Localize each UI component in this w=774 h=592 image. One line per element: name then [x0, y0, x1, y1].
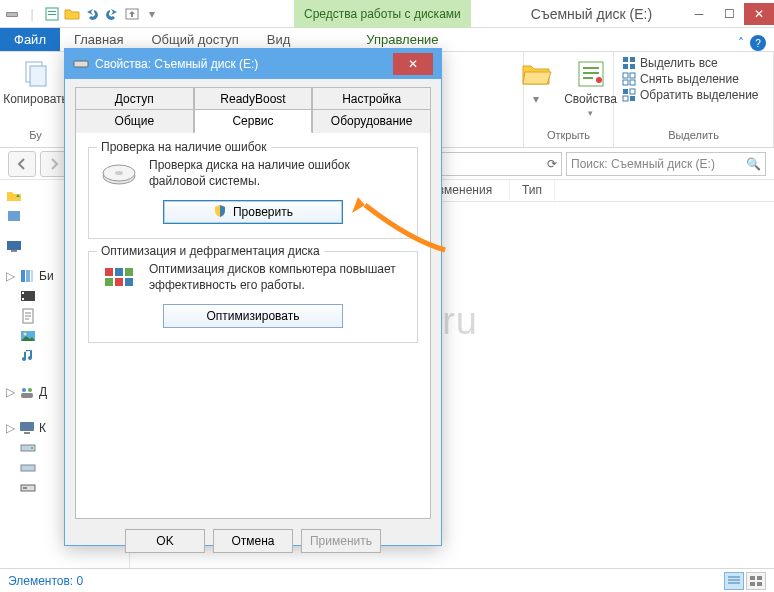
tab-service[interactable]: Сервис [194, 109, 313, 133]
optimize-desc: Оптимизация дисков компьютера повышает э… [149, 262, 407, 293]
svg-point-51 [115, 171, 123, 175]
svg-rect-45 [757, 576, 762, 580]
undo-icon[interactable] [84, 6, 100, 22]
col-type[interactable]: Тип [510, 180, 555, 201]
up-qat-icon[interactable] [124, 6, 140, 22]
svg-rect-3 [48, 11, 56, 12]
refresh-icon[interactable]: ⟳ [547, 157, 557, 171]
select-all-button[interactable]: Выделить все [622, 56, 718, 70]
homegroup-icon [19, 384, 35, 400]
minimize-button[interactable]: ─ [684, 3, 714, 25]
svg-rect-47 [757, 582, 762, 586]
svg-rect-22 [8, 211, 20, 221]
svg-rect-36 [21, 393, 33, 398]
tab-hardware[interactable]: Оборудование [312, 109, 431, 133]
properties-label: Свойства [564, 92, 617, 106]
svg-rect-21 [630, 96, 635, 101]
libraries-icon [19, 268, 35, 284]
help-icon[interactable]: ? [750, 35, 766, 51]
svg-rect-53 [115, 268, 123, 276]
maximize-button[interactable]: ☐ [714, 3, 744, 25]
select-group-label: Выделить [668, 129, 719, 143]
select-all-icon [622, 56, 636, 70]
svg-rect-12 [623, 64, 628, 69]
apply-button: Применить [301, 529, 381, 553]
search-box[interactable]: Поиск: Съемный диск (E:) 🔍 [566, 152, 766, 176]
search-icon: 🔍 [746, 157, 761, 171]
defrag-icon [99, 262, 139, 294]
tab-general[interactable]: Общие [75, 109, 194, 133]
copy-label: Копировать [3, 92, 68, 106]
folder-open-icon [520, 58, 552, 90]
folder-qat-icon[interactable] [64, 6, 80, 22]
dialog-title: Свойства: Съемный диск (E:) [95, 57, 258, 71]
deselect-button[interactable]: Снять выделение [622, 72, 739, 86]
error-check-group: Проверка на наличие ошибок Проверка диск… [88, 147, 418, 239]
videos-icon [20, 288, 36, 304]
svg-rect-52 [105, 268, 113, 276]
svg-rect-23 [7, 241, 21, 250]
svg-rect-18 [623, 89, 628, 94]
svg-rect-46 [750, 582, 755, 586]
copy-button[interactable]: Копировать [0, 56, 72, 108]
svg-rect-57 [125, 278, 133, 286]
properties-button[interactable]: Свойства ▾ [560, 56, 621, 120]
back-button[interactable] [8, 151, 36, 177]
disk-check-icon [99, 158, 139, 190]
title-bar: | ▾ Средства работы с дисками Съемный ди… [0, 0, 774, 28]
dialog-close-button[interactable]: ✕ [393, 53, 433, 75]
redo-icon[interactable] [104, 6, 120, 22]
svg-point-35 [28, 388, 32, 392]
svg-rect-55 [105, 278, 113, 286]
dialog-tabs: Доступ ReadyBoost Настройка Общие Сервис… [75, 87, 431, 519]
tab-readyboost[interactable]: ReadyBoost [194, 87, 313, 110]
icons-view-icon[interactable] [746, 572, 766, 590]
dialog-buttons: OK Отмена Применить [65, 519, 441, 563]
details-view-icon[interactable] [724, 572, 744, 590]
svg-rect-54 [125, 268, 133, 276]
clipboard-group-label: Бу [29, 129, 41, 143]
downloads-icon [6, 188, 22, 204]
cancel-button[interactable]: Отмена [213, 529, 293, 553]
ribbon-group-clipboard: Копировать Бу [0, 52, 72, 147]
dialog-panel: Проверка на наличие ошибок Проверка диск… [75, 133, 431, 519]
copy-icon [20, 58, 52, 90]
optimize-title: Оптимизация и дефрагментация диска [97, 244, 324, 258]
music-icon [20, 348, 36, 364]
check-button[interactable]: Проверить [163, 200, 343, 224]
svg-rect-27 [31, 270, 33, 282]
properties-qat-icon[interactable] [44, 6, 60, 22]
drive-icon [73, 56, 89, 72]
drive-e-icon [20, 480, 36, 496]
svg-point-9 [596, 77, 602, 83]
svg-rect-19 [630, 89, 635, 94]
error-check-title: Проверка на наличие ошибок [97, 140, 271, 154]
invert-selection-button[interactable]: Обратить выделение [622, 88, 759, 102]
svg-rect-15 [630, 73, 635, 78]
qat-dropdown-icon[interactable]: ▾ [144, 6, 160, 22]
shield-icon [213, 204, 227, 221]
context-tab-disk-tools: Средства работы с дисками [294, 0, 471, 28]
tab-access[interactable]: Доступ [75, 87, 194, 110]
view-switcher [724, 572, 766, 590]
drive-c-icon [20, 440, 36, 456]
recent-icon [6, 208, 22, 224]
window-title: Съемный диск (E:) [531, 6, 652, 22]
svg-rect-48 [74, 61, 88, 67]
ribbon-collapse-icon[interactable]: ˄ [738, 36, 744, 50]
dialog-titlebar[interactable]: Свойства: Съемный диск (E:) ✕ [65, 49, 441, 79]
svg-rect-4 [48, 14, 56, 15]
close-button[interactable]: ✕ [744, 3, 774, 25]
svg-rect-29 [22, 292, 24, 294]
svg-rect-13 [630, 64, 635, 69]
file-tab[interactable]: Файл [0, 28, 60, 51]
open-dropdown[interactable]: ▾ [516, 56, 556, 120]
ok-button[interactable]: OK [125, 529, 205, 553]
properties-icon [575, 58, 607, 90]
optimize-button[interactable]: Оптимизировать [163, 304, 343, 328]
ribbon-group-open: ▾ Свойства ▾ Открыть [524, 52, 614, 147]
drive-d-icon [20, 460, 36, 476]
tab-settings[interactable]: Настройка [312, 87, 431, 110]
desktop-icon [6, 238, 22, 254]
svg-rect-14 [623, 73, 628, 78]
